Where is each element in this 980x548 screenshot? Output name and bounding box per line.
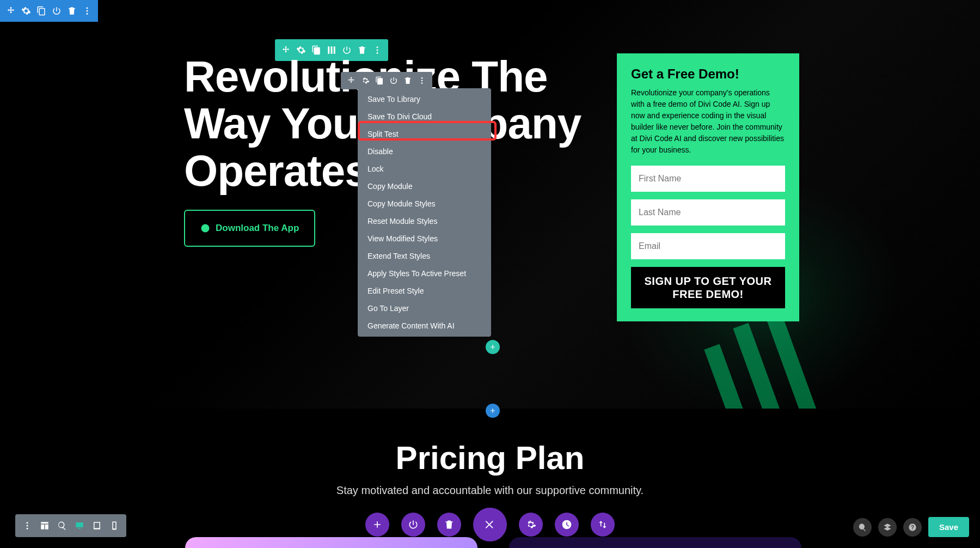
- svg-point-1: [87, 10, 88, 12]
- wireframe-view-icon[interactable]: [36, 514, 53, 537]
- trash-icon[interactable]: [401, 72, 415, 89]
- pricing-subtitle: Stay motivated and accountable with our …: [0, 484, 980, 497]
- move-icon[interactable]: [3, 0, 19, 22]
- cm-extend-text-styles[interactable]: Extend Text Styles: [358, 247, 491, 265]
- cm-edit-preset-style[interactable]: Edit Preset Style: [358, 282, 491, 300]
- builder-toolbar: [365, 508, 615, 541]
- bg-stripe: [704, 344, 760, 409]
- signup-button[interactable]: SIGN UP TO GET YOUR FREE DEMO!: [631, 267, 785, 308]
- cm-save-to-library[interactable]: Save To Library: [358, 90, 491, 108]
- download-app-button[interactable]: Download The App: [184, 210, 315, 247]
- module-context-menu: Save To Library Save To Divi Cloud Split…: [358, 88, 491, 337]
- download-icon: [200, 223, 210, 233]
- svg-point-8: [421, 82, 423, 84]
- cm-split-test[interactable]: Split Test: [358, 125, 491, 143]
- cm-lock[interactable]: Lock: [358, 160, 491, 178]
- close-builder-button[interactable]: [473, 508, 507, 541]
- svg-point-0: [87, 7, 88, 9]
- svg-point-7: [421, 80, 423, 82]
- save-button[interactable]: Save: [928, 517, 969, 537]
- more-icon[interactable]: [79, 0, 95, 22]
- power-icon[interactable]: [49, 0, 64, 22]
- demo-body: Revolutionize your company's operations …: [631, 87, 785, 156]
- layers-icon[interactable]: [878, 518, 897, 537]
- move-icon[interactable]: [344, 72, 358, 89]
- svg-point-10: [27, 525, 28, 527]
- gear-icon[interactable]: [358, 72, 372, 89]
- pricing-section: Pricing Plan Stay motivated and accounta…: [0, 439, 980, 497]
- trash-icon[interactable]: [64, 0, 79, 22]
- search-icon[interactable]: [853, 518, 872, 537]
- duplicate-icon[interactable]: [34, 0, 49, 22]
- trash-icon[interactable]: [437, 513, 461, 537]
- email-field[interactable]: [631, 233, 785, 259]
- desktop-view-icon[interactable]: [71, 514, 88, 537]
- last-name-field[interactable]: [631, 199, 785, 226]
- help-icon[interactable]: [903, 518, 922, 537]
- cm-apply-styles-to-preset[interactable]: Apply Styles To Active Preset: [358, 265, 491, 282]
- cm-copy-module-styles[interactable]: Copy Module Styles: [358, 195, 491, 212]
- tablet-view-icon[interactable]: [88, 514, 106, 537]
- add-section-button[interactable]: [486, 404, 500, 418]
- section-toolbar: [0, 0, 98, 22]
- sort-icon[interactable]: [591, 513, 615, 537]
- settings-icon[interactable]: [519, 513, 543, 537]
- cm-go-to-layer[interactable]: Go To Layer: [358, 300, 491, 317]
- bg-stripe: [733, 323, 797, 409]
- cm-reset-module-styles[interactable]: Reset Module Styles: [358, 212, 491, 230]
- cm-copy-module[interactable]: Copy Module: [358, 178, 491, 195]
- download-button-label: Download The App: [216, 223, 299, 234]
- demo-title: Get a Free Demo!: [631, 66, 785, 82]
- svg-point-6: [421, 77, 423, 79]
- bottom-right-controls: Save: [853, 517, 969, 537]
- duplicate-icon[interactable]: [372, 72, 387, 89]
- power-icon[interactable]: [401, 513, 425, 537]
- module-toolbar: [341, 72, 432, 89]
- svg-point-2: [87, 13, 88, 15]
- more-icon[interactable]: [19, 514, 36, 537]
- cm-disable[interactable]: Disable: [358, 143, 491, 160]
- cm-generate-content-ai[interactable]: Generate Content With AI: [358, 317, 491, 334]
- svg-point-11: [27, 528, 28, 529]
- svg-point-4: [377, 50, 378, 51]
- pricing-title: Pricing Plan: [0, 439, 980, 477]
- svg-point-9: [27, 522, 28, 523]
- first-name-field[interactable]: [631, 166, 785, 192]
- add-row-button[interactable]: [486, 340, 500, 354]
- more-icon[interactable]: [415, 72, 429, 89]
- gear-icon[interactable]: [19, 0, 34, 22]
- phone-view-icon[interactable]: [106, 514, 123, 537]
- cm-view-modified-styles[interactable]: View Modified Styles: [358, 230, 491, 247]
- svg-point-3: [377, 46, 378, 48]
- demo-form-card: Get a Free Demo! Revolutionize your comp…: [617, 53, 799, 321]
- cm-save-to-divi-cloud[interactable]: Save To Divi Cloud: [358, 108, 491, 125]
- view-toolbar: [15, 514, 126, 537]
- zoom-icon[interactable]: [53, 514, 71, 537]
- history-icon[interactable]: [555, 513, 579, 537]
- add-button[interactable]: [365, 513, 389, 537]
- power-icon[interactable]: [387, 72, 401, 89]
